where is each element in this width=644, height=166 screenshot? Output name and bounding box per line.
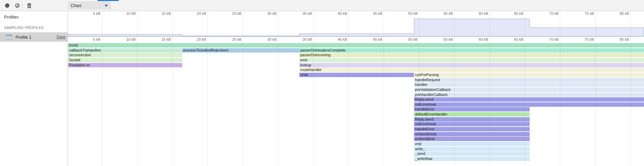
ruler-tick-label: 45 kB: [373, 37, 384, 41]
flame-frame[interactable]: onErrorHook: [414, 122, 530, 126]
flame-frame[interactable]: _writeRaw: [414, 157, 530, 161]
chevron-down-icon: [105, 5, 108, 7]
active-tab-indicator: [98, 0, 119, 1]
flame-frame[interactable]: routeHandler: [299, 68, 644, 72]
flame-frame[interactable]: callbackTrampoline: [68, 48, 182, 53]
ruler-tick-label: 35 kB: [302, 11, 313, 15]
ruler-tick-label: 60 kB: [479, 11, 489, 15]
ruler-tick-label: 15 kB: [161, 11, 172, 15]
ruler-tick-label: 30 kB: [267, 37, 278, 41]
ruler-tick-label: 10 kB: [126, 37, 137, 41]
flame-frame[interactable]: write_: [414, 147, 530, 151]
ruler-tick-label: 65 kB: [514, 37, 525, 41]
flame-frame[interactable]: child: [299, 73, 414, 77]
ruler-tick-label: 75 kB: [584, 11, 595, 15]
ruler-tick-label: 80 kB: [620, 11, 631, 15]
flame-frame[interactable]: preHandlerCallback: [414, 93, 644, 97]
profile-name: Profile 1: [15, 35, 32, 40]
flame-frame[interactable]: handleRequest: [414, 78, 644, 82]
flame-frame[interactable]: emit: [299, 58, 644, 62]
sampling-profiles-section-label: SAMPLING PROFILES: [0, 20, 68, 30]
flame-frame[interactable]: lookup: [299, 63, 644, 67]
ruler-tick-label: 5 kB: [93, 37, 102, 41]
flame-frame[interactable]: handleError: [414, 127, 530, 131]
flame-frame[interactable]: onErrorHook: [414, 102, 644, 107]
save-link[interactable]: Save: [56, 35, 66, 39]
flame-frame[interactable]: parserOnIncoming: [299, 53, 644, 57]
flame-frame[interactable]: Readable.on: [68, 63, 182, 67]
ruler-tick-label: 45 kB: [373, 11, 384, 15]
sidebar-title: Profiles: [0, 11, 68, 20]
memory-flame-chart-panel: 5 kB10 kB15 kB20 kB25 kB30 kB35 kB40 kB4…: [68, 11, 644, 166]
ruler-tick-label: 75 kB: [584, 37, 595, 41]
profile-item[interactable]: Profile 1 Save: [0, 32, 68, 42]
flame-frame[interactable]: onSendHook: [414, 132, 530, 136]
ruler-tick-label: 25 kB: [232, 11, 243, 15]
flame-frame[interactable]: handleError: [414, 107, 530, 111]
block-icon[interactable]: [13, 0, 22, 11]
toolbar-divider: [22, 2, 23, 9]
ruler-tick-label: 10 kB: [126, 11, 137, 15]
record-icon[interactable]: [3, 0, 11, 11]
ruler-tick-label: 30 kB: [267, 11, 278, 15]
ruler-tick-label: 5 kB: [93, 11, 102, 15]
flame-frame[interactable]: runPreParsing: [414, 73, 644, 77]
trash-icon[interactable]: [25, 0, 34, 11]
flame-frame[interactable]: defaultErrorHandler: [414, 112, 530, 117]
ruler-tick-label: 55 kB: [444, 37, 454, 41]
ruler-tick-label: 40 kB: [338, 37, 348, 41]
flame-frame[interactable]: (root): [68, 43, 644, 47]
flame-frame[interactable]: _send: [414, 152, 530, 156]
ruler-tick-label: 40 kB: [338, 11, 348, 15]
chart-view-select-label: Chart: [71, 3, 81, 8]
flame-frame[interactable]: onconnection: [68, 53, 182, 57]
overview-baseline: [68, 36, 644, 37]
ruler-tick-label: 70 kB: [549, 37, 560, 41]
profiles-sidebar: Profiles SAMPLING PROFILES Profile 1 Sav…: [0, 11, 68, 166]
ruler-tick-label: 55 kB: [444, 11, 454, 15]
ruler-tick-label: 20 kB: [197, 11, 207, 15]
chart-view-select[interactable]: Chart: [68, 1, 111, 9]
flame-frame[interactable]: Socket: [68, 58, 182, 62]
flame-frame[interactable]: Reply.send: [414, 117, 530, 122]
flame-frame[interactable]: parserOnHeadersComplete: [299, 48, 644, 53]
toolbar: Chart: [0, 0, 644, 11]
ruler-tick-label: 65 kB: [514, 11, 525, 15]
ruler-tick-label: 80 kB: [620, 37, 631, 41]
ruler-tick-label: 70 kB: [549, 11, 560, 15]
overview-selection-area[interactable]: [68, 16, 644, 37]
flame-frame[interactable]: onSendEnd: [414, 137, 530, 141]
ruler-tick-label: 20 kB: [197, 37, 207, 41]
ruler-tick-label: 50 kB: [408, 37, 419, 41]
ruler-tick-label: 15 kB: [161, 37, 172, 41]
ruler-tick-label: 25 kB: [232, 37, 243, 41]
ruler-tick-label: 35 kB: [302, 37, 313, 41]
flame-frame[interactable]: handler: [414, 82, 644, 87]
flame-frame[interactable]: processTicksAndRejections: [182, 48, 299, 53]
profile-icon: [6, 35, 12, 40]
flame-frame[interactable]: Reply.send: [414, 97, 644, 102]
ruler-tick-label: 60 kB: [479, 37, 489, 41]
flame-frame[interactable]: end: [414, 142, 530, 146]
ruler-tick-label: 50 kB: [408, 11, 419, 15]
flame-frame[interactable]: preValidationCallback: [414, 88, 644, 92]
